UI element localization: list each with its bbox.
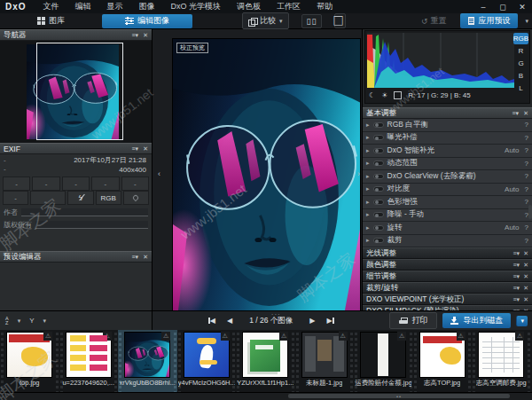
- panel-close-icon[interactable]: ✕: [143, 32, 148, 39]
- filmstrip-item[interactable]: ⚠ 志高TOP.jpg: [413, 330, 473, 392]
- panel-menu-icon[interactable]: ≡▾: [513, 250, 520, 257]
- reset-button[interactable]: ↺ 重置: [414, 13, 454, 28]
- expand-icon[interactable]: ▸: [366, 147, 370, 154]
- maximize-button[interactable]: ◻: [493, 0, 512, 13]
- help-icon[interactable]: ?: [525, 172, 528, 180]
- splitter-handle[interactable]: ···: [271, 310, 281, 318]
- toggle-switch[interactable]: [373, 186, 384, 192]
- filmstrip-item[interactable]: ⚠ YZUrXXfL1f1Hp1...: [236, 330, 295, 392]
- palette-color-adjust[interactable]: 颜色调整 ≡▾✕: [363, 259, 532, 271]
- filmstrip-item[interactable]: ⚠ top.jpg: [0, 330, 59, 392]
- last-image-button[interactable]: ▶: [326, 317, 333, 325]
- panel-scrollbar[interactable]: [528, 205, 532, 219]
- previous-image-arrow[interactable]: ‹: [158, 169, 160, 178]
- menu-palettes[interactable]: 调色板: [229, 1, 269, 12]
- menu-workspace[interactable]: 工作区: [269, 1, 309, 12]
- panel-menu-icon[interactable]: ≡▾: [513, 273, 520, 280]
- help-icon[interactable]: ?: [525, 134, 528, 142]
- compare-button[interactable]: 比较 ▾: [242, 12, 289, 29]
- adjustment-row-dynamic-range[interactable]: ▸ 动态范围 ?: [363, 158, 532, 171]
- apply-preset-button[interactable]: 应用预设: [460, 13, 518, 28]
- help-icon[interactable]: ?: [525, 146, 528, 154]
- filmstrip-item-selected[interactable]: ⚠ xrVkgUbBO8Brhl...: [118, 330, 177, 392]
- navigator-preview[interactable]: [0, 41, 152, 143]
- help-icon[interactable]: ?: [525, 160, 528, 168]
- main-photo[interactable]: 校正预览: [173, 39, 360, 310]
- panel-close-icon[interactable]: ✕: [523, 273, 528, 280]
- print-button[interactable]: 打印: [389, 312, 437, 329]
- panel-close-icon[interactable]: ✕: [523, 262, 528, 269]
- menu-image[interactable]: 图像: [131, 1, 163, 12]
- adjustment-row-smart-lighting[interactable]: ▸ DxO 智能补光 Auto?: [363, 145, 532, 158]
- adjustment-row-rotate[interactable]: ▸ 旋转 Auto?: [363, 222, 532, 235]
- panel-close-icon[interactable]: ✕: [523, 296, 528, 303]
- menu-optics-modules[interactable]: DxO 光学模块: [163, 1, 230, 12]
- filter-icon[interactable]: Y: [29, 317, 34, 325]
- expand-icon[interactable]: ▸: [366, 224, 370, 231]
- apply-preset-caret-icon[interactable]: ▾: [525, 18, 528, 25]
- filmstrip-item[interactable]: ⚠ u=2237649620,...: [59, 330, 119, 392]
- toggle-switch[interactable]: [373, 148, 384, 153]
- adjustment-row-clearview[interactable]: ▸ DxO ClearView (去除雾霾) ?: [363, 170, 532, 184]
- channel-b[interactable]: B: [513, 70, 528, 82]
- sort-caret-icon[interactable]: ▾: [18, 318, 21, 325]
- toggle-switch[interactable]: [373, 135, 384, 140]
- help-icon[interactable]: ?: [525, 121, 528, 129]
- channel-rgb[interactable]: RGB: [513, 33, 528, 44]
- copyright-field[interactable]: [35, 221, 148, 229]
- side-by-side-button[interactable]: ▯▯: [301, 14, 323, 28]
- panel-close-icon[interactable]: ✕: [523, 285, 528, 292]
- panel-menu-icon[interactable]: ≡▾: [512, 110, 520, 117]
- highlight-clipping-icon[interactable]: ☀: [381, 91, 387, 99]
- tab-library[interactable]: 图库: [25, 14, 77, 28]
- export-to-disk-button[interactable]: 导出到磁盘: [442, 313, 511, 328]
- first-image-button[interactable]: ◀: [208, 317, 215, 325]
- expand-icon[interactable]: ▸: [366, 173, 370, 180]
- toggle-switch[interactable]: [373, 122, 384, 128]
- palette-viewpoint[interactable]: DXO VIEWPOINT (光学校正) ≡▾✕: [363, 294, 532, 305]
- palette-light-adjust[interactable]: 光线调整 ≡▾✕: [363, 247, 532, 259]
- toggle-switch[interactable]: [373, 200, 384, 205]
- tab-edit-image[interactable]: 编辑图像: [102, 14, 192, 28]
- expand-icon[interactable]: ▸: [366, 199, 370, 206]
- help-icon[interactable]: ?: [525, 198, 528, 206]
- author-field[interactable]: [21, 208, 148, 216]
- adjustment-row-noise-manual[interactable]: ▸ 降噪 - 手动 ?: [363, 209, 532, 223]
- panel-close-icon[interactable]: ✕: [143, 145, 148, 153]
- panel-close-icon[interactable]: ✕: [523, 110, 528, 117]
- channel-r[interactable]: R: [513, 45, 528, 57]
- expand-icon[interactable]: ▸: [366, 160, 370, 167]
- panel-menu-icon[interactable]: ≡▾: [132, 254, 139, 261]
- panel-close-icon[interactable]: ✕: [143, 254, 148, 261]
- adjustment-row-white-balance[interactable]: ▸ RGB 白平衡 ?: [363, 119, 532, 132]
- filmstrip-item[interactable]: ⚠ 未标题-1.jpg: [295, 330, 355, 392]
- help-icon[interactable]: ?: [525, 237, 528, 245]
- filter-caret-icon[interactable]: ▾: [43, 318, 47, 325]
- panel-menu-icon[interactable]: ≡▾: [132, 145, 139, 153]
- toggle-switch[interactable]: [373, 238, 384, 243]
- palette-crop-rotate[interactable]: 裁剪/旋转 ≡▾✕: [363, 282, 532, 294]
- filmstrip-item[interactable]: ⚠ 志高空调邮费.jpg: [472, 330, 531, 392]
- help-icon[interactable]: ?: [525, 224, 528, 231]
- panel-menu-icon[interactable]: ≡▾: [513, 262, 520, 269]
- menu-view[interactable]: 显示: [99, 1, 131, 12]
- minimize-button[interactable]: –: [473, 0, 493, 13]
- fullscreen-preview-button[interactable]: ⃞: [334, 13, 346, 28]
- expand-icon[interactable]: ▸: [366, 185, 370, 192]
- next-image-arrow[interactable]: ›: [357, 169, 360, 178]
- adjustment-row-exposure[interactable]: ▸ 曝光补偿 ?: [363, 132, 532, 145]
- palette-detail-adjust[interactable]: 细节调整 ≡▾✕: [363, 271, 532, 282]
- filmstrip-item[interactable]: ⚠ y4vFMcIzOHG6H...: [177, 330, 237, 392]
- help-icon[interactable]: ?: [525, 185, 528, 193]
- adjustment-row-color-enhance[interactable]: ▸ 色彩增强 ?: [363, 196, 532, 209]
- filmstrip-item[interactable]: ⚠ 运费险赔付金额.jpg: [354, 330, 413, 392]
- toggle-switch[interactable]: [373, 174, 384, 179]
- panel-menu-icon[interactable]: ≡▾: [513, 285, 520, 292]
- toggle-switch[interactable]: [373, 225, 384, 231]
- filmstrip-scrollbar-thumb[interactable]: ••: [288, 394, 510, 398]
- panel-menu-icon[interactable]: ≡▾: [513, 296, 520, 303]
- menu-edit[interactable]: 编辑: [67, 1, 99, 12]
- sort-icon[interactable]: A Z: [5, 317, 9, 325]
- export-caret-icon[interactable]: ▾: [516, 316, 528, 326]
- channel-g[interactable]: G: [513, 58, 528, 69]
